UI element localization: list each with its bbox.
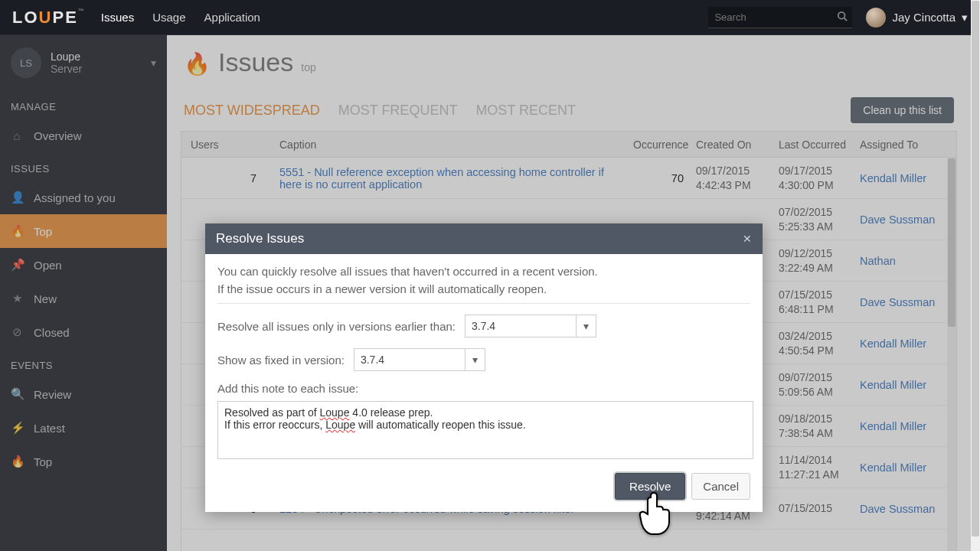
search-input[interactable]: [708, 7, 852, 28]
note-textarea[interactable]: Resolved as part of Loupe 4.0 release pr…: [217, 401, 753, 459]
close-icon[interactable]: ✕: [743, 233, 752, 245]
fixed-version-label: Show as fixed in version:: [217, 354, 345, 367]
top-nav: Issues Usage Application: [101, 11, 260, 24]
avatar: [866, 8, 886, 28]
chevron-down-icon: ▾: [576, 315, 596, 337]
dropdown-value: 3.7.4: [361, 354, 384, 366]
resolve-button[interactable]: Resolve: [615, 473, 685, 500]
resolve-versions-label: Resolve all issues only in versions earl…: [217, 320, 456, 333]
note-label: Add this note to each issue:: [217, 382, 750, 395]
modal-desc-1: You can quickly resolve all issues that …: [217, 265, 750, 278]
nav-application[interactable]: Application: [204, 11, 260, 24]
chevron-down-icon: ▾: [962, 11, 968, 24]
nav-usage[interactable]: Usage: [152, 11, 185, 24]
nav-issues[interactable]: Issues: [101, 11, 134, 24]
modal-desc-2: If the issue occurs in a newer version i…: [217, 282, 750, 295]
topbar: LOUPE™ Issues Usage Application Jay Cinc…: [0, 0, 980, 35]
dropdown-value: 3.7.4: [472, 320, 495, 332]
resolve-issues-modal: Resolve Issues ✕ You can quickly resolve…: [205, 223, 763, 512]
cancel-button[interactable]: Cancel: [691, 473, 750, 500]
search-icon[interactable]: [837, 11, 848, 24]
user-name: Jay Cincotta: [892, 11, 956, 24]
chevron-down-icon: ▾: [465, 349, 485, 370]
resolve-versions-dropdown[interactable]: 3.7.4 ▾: [465, 315, 596, 337]
modal-title: Resolve Issues: [216, 231, 743, 246]
modal-header: Resolve Issues ✕: [205, 223, 763, 254]
svg-point-0: [838, 11, 845, 18]
page-scrollbar[interactable]: [971, 0, 980, 551]
svg-line-1: [844, 18, 848, 21]
logo: LOUPE™: [12, 8, 86, 28]
fixed-version-dropdown[interactable]: 3.7.4 ▾: [354, 348, 485, 371]
search-wrap: [708, 7, 852, 28]
user-menu[interactable]: Jay Cincotta ▾: [866, 8, 968, 28]
